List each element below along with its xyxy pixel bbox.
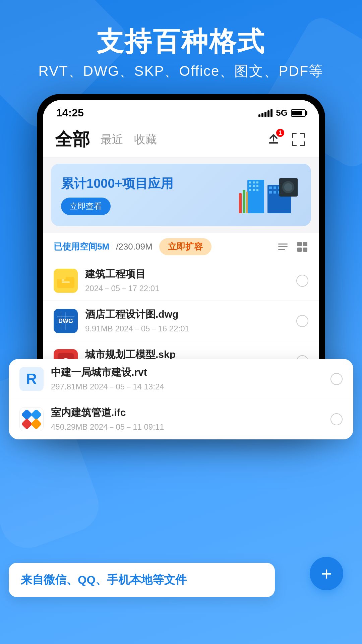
tab-recent[interactable]: 最近 [101, 132, 123, 147]
folder-svg-icon [56, 273, 75, 289]
storage-used-label: 已使用空间5M [54, 241, 109, 253]
svg-rect-19 [253, 189, 255, 191]
svg-rect-40 [297, 248, 302, 252]
status-bar: 14:25 5G [43, 100, 319, 122]
status-icons: 5G [258, 108, 306, 118]
svg-rect-17 [256, 185, 258, 187]
svg-rect-0 [269, 142, 278, 144]
svg-rect-5 [304, 133, 305, 138]
svg-rect-38 [297, 242, 302, 246]
svg-rect-36 [278, 246, 288, 247]
svg-rect-68 [31, 410, 41, 420]
building-illustration-icon [227, 173, 301, 217]
svg-rect-41 [303, 248, 307, 252]
svg-rect-44 [62, 279, 64, 281]
file-name: 室内建筑管道.ifc [51, 406, 323, 420]
svg-rect-18 [249, 189, 251, 191]
svg-rect-20 [256, 189, 258, 191]
svg-rect-16 [253, 185, 255, 187]
svg-rect-7 [292, 141, 293, 146]
svg-rect-29 [239, 193, 242, 213]
file-info: 酒店工程设计图.dwg 9.91MB 2024－05－16 22:01 [85, 308, 289, 334]
svg-rect-37 [278, 249, 285, 250]
svg-rect-10 [247, 180, 264, 213]
upload-badge: 1 [276, 129, 284, 137]
svg-rect-70 [31, 418, 41, 429]
banner-image [227, 173, 301, 217]
svg-rect-35 [278, 244, 288, 245]
file-meta: 9.91MB 2024－05－16 22:01 [85, 323, 289, 334]
svg-rect-15 [249, 185, 251, 187]
svg-rect-69 [22, 418, 33, 429]
sort-icon[interactable] [277, 241, 289, 253]
file-name: 酒店工程设计图.dwg [85, 308, 289, 321]
floating-card: R 中建一局城市建设.rvt 297.81MB 2024－05－14 13:24… [9, 359, 353, 439]
tab-actions: 1 [265, 131, 307, 148]
promotion-banner[interactable]: 累计1000+项目应用 立即查看 [51, 164, 311, 226]
file-item-ifc[interactable]: 室内建筑管道.ifc 450.29MB 2024－05－11 09:11 [9, 399, 353, 439]
file-meta: 450.29MB 2024－05－11 09:11 [51, 422, 323, 432]
svg-rect-22 [274, 186, 276, 189]
file-info: 室内建筑管道.ifc 450.29MB 2024－05－11 09:11 [51, 406, 323, 432]
file-checkbox[interactable] [296, 315, 308, 327]
file-info: 建筑工程项目 2024－05－17 22:01 [85, 267, 289, 294]
svg-rect-3 [292, 133, 293, 138]
storage-total: /230.09M [116, 241, 152, 252]
svg-rect-14 [256, 181, 258, 183]
svg-rect-43 [57, 276, 66, 279]
file-meta: 297.81MB 2024－05－14 13:24 [51, 381, 323, 392]
svg-rect-13 [253, 181, 255, 183]
svg-rect-12 [249, 181, 251, 183]
top-tab-bar: 全部 最近 收藏 1 [43, 122, 319, 157]
file-checkbox[interactable] [330, 373, 343, 385]
file-meta: 2024－05－17 22:01 [85, 283, 289, 294]
battery-icon [291, 109, 306, 117]
file-name: 建筑工程项目 [85, 267, 289, 281]
header-area: 支持百种格式 RVT、DWG、SKP、Office、图文、PDF等 [0, 0, 362, 91]
network-type: 5G [276, 108, 288, 118]
banner-button[interactable]: 立即查看 [61, 198, 111, 215]
add-fab-button[interactable]: + [310, 557, 343, 590]
rvt-icon: R [19, 367, 44, 391]
banner-title: 累计1000+项目应用 [61, 175, 173, 192]
upload-button[interactable]: 1 [265, 131, 282, 148]
svg-rect-25 [269, 191, 272, 194]
file-item[interactable]: DWG 酒店工程设计图.dwg 9.91MB 2024－05－16 22:01 [43, 301, 319, 341]
grid-view-icon[interactable] [296, 241, 308, 253]
view-toggle-icons [277, 241, 308, 253]
header-subtitle: RVT、DWG、SKP、Office、图文、PDF等 [0, 62, 362, 80]
ifc-icon [19, 407, 44, 431]
file-item-rvt[interactable]: R 中建一局城市建设.rvt 297.81MB 2024－05－14 13:24 [9, 359, 353, 399]
import-source-tooltip: 来自微信、QQ、手机本地等文件 [9, 563, 275, 597]
svg-rect-45 [62, 281, 70, 283]
tab-favorites[interactable]: 收藏 [134, 132, 157, 147]
signal-bars-icon [258, 109, 273, 117]
file-info: 中建一局城市建设.rvt 297.81MB 2024－05－14 13:24 [51, 366, 323, 392]
ifc-svg-icon [22, 410, 41, 429]
file-name: 中建一局城市建设.rvt [51, 366, 323, 379]
dwg-svg-icon: DWG [54, 310, 77, 332]
folder-icon [54, 269, 78, 293]
storage-info-row: 已使用空间5M /230.09M 立即扩容 [43, 233, 319, 261]
file-item[interactable]: 建筑工程项目 2024－05－17 22:01 [43, 261, 319, 301]
svg-rect-67 [22, 410, 33, 420]
dwg-icon: DWG [54, 309, 78, 333]
file-checkbox[interactable] [330, 413, 343, 425]
scan-button[interactable] [290, 131, 307, 148]
tab-all[interactable]: 全部 [55, 128, 90, 151]
svg-rect-9 [304, 141, 305, 146]
scan-icon [291, 132, 306, 147]
svg-rect-21 [269, 186, 272, 189]
plus-icon: + [321, 563, 332, 585]
svg-rect-30 [243, 190, 245, 213]
tooltip-text: 来自微信、QQ、手机本地等文件 [21, 573, 187, 586]
banner-text: 累计1000+项目应用 立即查看 [61, 175, 173, 215]
page-title: 支持百种格式 [0, 27, 362, 56]
expand-storage-button[interactable]: 立即扩容 [159, 238, 212, 255]
svg-rect-26 [274, 191, 276, 194]
file-checkbox[interactable] [296, 275, 308, 287]
svg-rect-31 [246, 192, 248, 213]
svg-rect-39 [303, 242, 307, 246]
svg-point-34 [284, 183, 292, 191]
status-time: 14:25 [56, 107, 84, 119]
